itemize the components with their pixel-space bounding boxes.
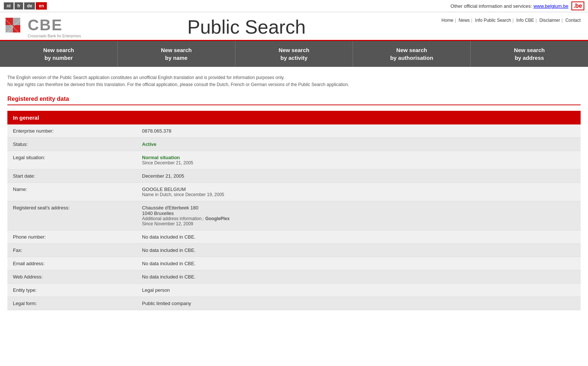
table-row: Email address: No data included in CBE. — [7, 257, 581, 270]
disclaimer-line2: No legal rights can therefore be derived… — [7, 81, 581, 88]
data-table: In general Enterprise number: 0878.065.3… — [7, 111, 581, 310]
row-value-legal-situation: Normal situation Since December 21, 2005 — [136, 151, 581, 169]
search-by-address[interactable]: New searchby address — [471, 41, 588, 67]
section-title: Registered entity data — [7, 96, 581, 105]
table-row: Start date: December 21, 2005 — [7, 170, 581, 183]
table-row: Phone number: No data included in CBE. — [7, 230, 581, 244]
disclaimer-line1: The English version of the Public Search… — [7, 74, 581, 81]
row-value-enterprise-number: 0878.065.378 — [136, 124, 581, 137]
table-header: In general — [7, 111, 581, 124]
table-row: Web Address: No data included in CBE. — [7, 270, 581, 284]
address-since: Since November 12, 2009 — [142, 221, 575, 226]
search-nav-bar: New searchby number New searchby name Ne… — [0, 40, 588, 67]
lang-en[interactable]: en — [36, 2, 47, 10]
be-logo: .be — [571, 1, 584, 10]
other-info-label: Other official information and services: — [450, 3, 532, 9]
company-name: GOOGLE BELGIUM — [142, 187, 575, 192]
row-value-phone: No data included in CBE. — [136, 230, 581, 243]
address-city: 1040 Bruxelles — [142, 211, 575, 216]
row-value-entity-type: Legal person — [136, 284, 581, 297]
table-row: Name: GOOGLE BELGIUM Name in Dutch, sinc… — [7, 183, 581, 201]
nav-contact[interactable]: Contact — [565, 18, 581, 23]
table-row: Enterprise number: 0878.065.378 — [7, 124, 581, 138]
row-value-status: Active — [136, 138, 581, 151]
page-title: Public Search — [52, 16, 442, 38]
row-label-web: Web Address: — [7, 270, 136, 283]
row-value-fax: No data included in CBE. — [136, 244, 581, 257]
lang-nl[interactable]: nl — [4, 2, 14, 10]
row-label-address: Registered seat's address: — [7, 201, 136, 230]
row-label-status: Status: — [7, 138, 136, 151]
nav-home[interactable]: Home — [442, 18, 453, 23]
row-label-fax: Fax: — [7, 244, 136, 257]
row-label-enterprise-number: Enterprise number: — [7, 124, 136, 137]
header: CBE Crossroads Bank for Enterprises Publ… — [0, 12, 588, 40]
nav-news[interactable]: News — [459, 18, 470, 23]
row-label-start-date: Start date: — [7, 170, 136, 182]
lang-de[interactable]: de — [24, 2, 35, 10]
row-value-start-date: December 21, 2005 — [136, 170, 581, 182]
row-label-entity-type: Entity type: — [7, 284, 136, 297]
disclaimer-text: The English version of the Public Search… — [0, 67, 588, 92]
row-label-phone: Phone number: — [7, 230, 136, 243]
row-value-web: No data included in CBE. — [136, 270, 581, 283]
language-selector: nl fr de en — [4, 2, 47, 10]
cbe-logo-icon — [4, 16, 26, 38]
top-right-info: Other official information and services:… — [450, 1, 584, 10]
situation-since: Since December 21, 2005 — [142, 160, 575, 165]
row-value-email: No data included in CBE. — [136, 257, 581, 270]
table-row: Registered seat's address: Chaussée d'Et… — [7, 201, 581, 230]
row-label-name: Name: — [7, 183, 136, 201]
row-label-legal-form: Legal form: — [7, 297, 136, 310]
nav-info-cbe[interactable]: Info CBE — [516, 18, 534, 23]
top-bar: nl fr de en Other official information a… — [0, 0, 588, 12]
search-by-name[interactable]: New searchby name — [118, 41, 235, 67]
row-value-name: GOOGLE BELGIUM Name in Dutch, since Dece… — [136, 183, 581, 201]
search-by-number[interactable]: New searchby number — [0, 41, 118, 67]
address-street: Chaussée d'Etterbeek 180 — [142, 205, 575, 211]
name-sub: Name in Dutch, since December 19, 2005 — [142, 192, 575, 197]
table-row: Legal form: Public limited company — [7, 297, 581, 310]
address-note: Additional address information.: GoogleP… — [142, 216, 575, 221]
row-value-legal-form: Public limited company — [136, 297, 581, 310]
table-row: Fax: No data included in CBE. — [7, 244, 581, 257]
row-label-legal-situation: Legal situation: — [7, 151, 136, 169]
belgium-link[interactable]: www.belgium.be — [533, 3, 568, 9]
svg-marker-2 — [13, 18, 20, 25]
main-section: Registered entity data In general Enterp… — [0, 92, 588, 318]
search-by-authorisation[interactable]: New searchby authorisation — [353, 41, 471, 67]
situation-value: Normal situation — [142, 155, 575, 160]
table-row: Entity type: Legal person — [7, 284, 581, 297]
nav-disclaimer[interactable]: Disclaimer — [539, 18, 560, 23]
nav-info-public-search[interactable]: Info Public Search — [475, 18, 511, 23]
row-value-address: Chaussée d'Etterbeek 180 1040 Bruxelles … — [136, 201, 581, 230]
search-by-activity[interactable]: New searchby activity — [235, 41, 353, 67]
row-label-email: Email address: — [7, 257, 136, 270]
table-row: Legal situation: Normal situation Since … — [7, 151, 581, 170]
nav-links: Home| News| Info Public Search| Info CBE… — [442, 16, 581, 23]
table-row: Status: Active — [7, 138, 581, 151]
svg-marker-1 — [6, 18, 13, 25]
lang-fr[interactable]: fr — [14, 2, 24, 10]
